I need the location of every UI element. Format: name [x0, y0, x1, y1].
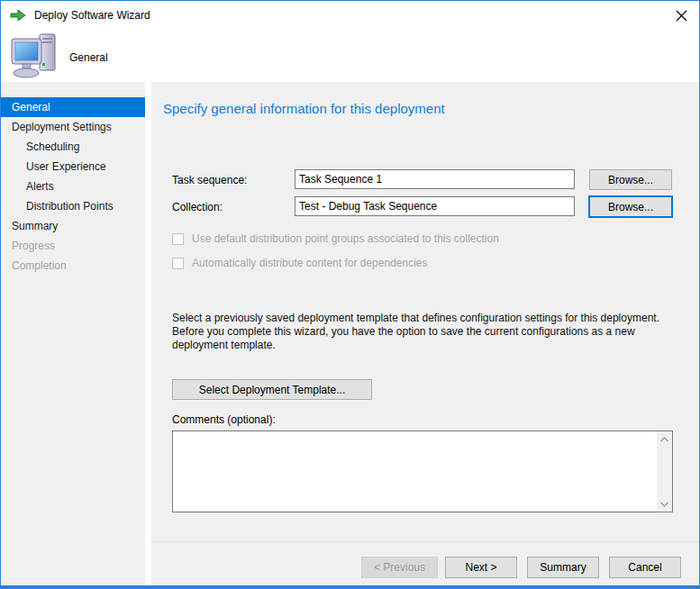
page-title: Specify general information for this dep… [163, 101, 445, 116]
sidebar-item-distribution-points[interactable]: Distribution Points [1, 196, 145, 216]
collection-browse-button[interactable]: Browse... [588, 195, 673, 218]
use-default-dp-groups-checkbox: Use default distribution point groups as… [172, 232, 499, 245]
comments-box [172, 430, 673, 512]
summary-button[interactable]: Summary [527, 557, 599, 578]
window-bottom-accent [1, 585, 699, 588]
task-sequence-label: Task sequence: [172, 174, 247, 186]
close-icon [676, 10, 687, 22]
collection-label: Collection: [172, 201, 223, 213]
next-button[interactable]: Next > [445, 557, 517, 578]
collection-input[interactable] [295, 196, 575, 216]
auto-distribute-content-label: Automatically distribute content for dep… [192, 257, 428, 269]
sidebar-item-alerts[interactable]: Alerts [1, 177, 145, 196]
sidebar-item-progress: Progress [1, 236, 145, 256]
sidebar-item-deployment-settings[interactable]: Deployment Settings [1, 117, 145, 137]
cancel-button[interactable]: Cancel [609, 557, 681, 578]
footer-divider [151, 541, 699, 542]
checkbox-icon [172, 233, 184, 245]
previous-button: < Previous [361, 557, 438, 578]
sidebar-divider [145, 82, 151, 585]
wizard-header: General [1, 29, 699, 82]
computer-icon [10, 32, 60, 80]
checkbox-icon [172, 258, 184, 269]
comments-label: Comments (optional): [172, 413, 276, 426]
comments-scrollbar[interactable] [657, 431, 672, 512]
header-page-label: General [69, 51, 108, 64]
comments-textarea[interactable] [173, 431, 657, 512]
title-bar: Deploy Software Wizard [1, 1, 699, 29]
deployment-template-description: Select a previously saved deployment tem… [172, 312, 681, 352]
sidebar-item-completion: Completion [1, 256, 145, 276]
wizard-sidebar: General Deployment Settings Scheduling U… [1, 82, 145, 585]
close-button[interactable] [672, 6, 690, 24]
chevron-up-icon [660, 437, 668, 442]
sidebar-item-summary[interactable]: Summary [1, 216, 145, 236]
deploy-software-wizard-window: Deploy Software Wizard [0, 0, 700, 589]
use-default-dp-groups-label: Use default distribution point groups as… [192, 232, 499, 245]
wizard-main-panel: Specify general information for this dep… [151, 82, 699, 585]
green-arrow-icon [9, 8, 27, 23]
sidebar-item-scheduling[interactable]: Scheduling [1, 137, 145, 157]
sidebar-item-user-experience[interactable]: User Experience [1, 157, 145, 177]
task-sequence-browse-button[interactable]: Browse... [589, 169, 672, 190]
wizard-step-nav: General Deployment Settings Scheduling U… [1, 97, 145, 276]
scroll-down-button[interactable] [657, 496, 672, 512]
chevron-down-icon [660, 502, 668, 507]
scroll-up-button[interactable] [657, 431, 672, 447]
window-title: Deploy Software Wizard [34, 9, 150, 22]
task-sequence-input[interactable] [295, 169, 575, 189]
wizard-body: General Deployment Settings Scheduling U… [1, 82, 699, 585]
select-deployment-template-button[interactable]: Select Deployment Template... [172, 379, 372, 400]
sidebar-item-general[interactable]: General [1, 97, 145, 117]
auto-distribute-content-checkbox: Automatically distribute content for dep… [172, 257, 428, 269]
